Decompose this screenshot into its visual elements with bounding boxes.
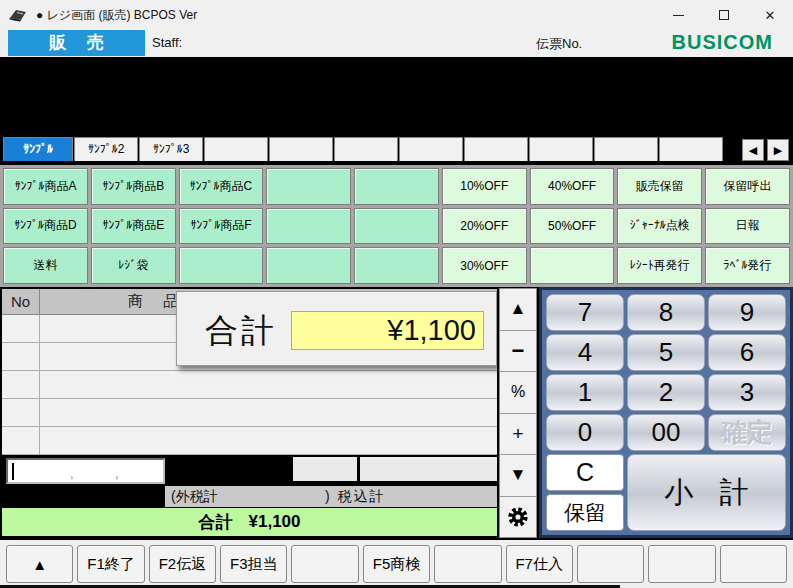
preset-button-ｻﾝﾌﾟﾙ商品D[interactable]: ｻﾝﾌﾟﾙ商品D: [3, 208, 88, 245]
preset-button-20%OFF[interactable]: 20%OFF: [442, 208, 527, 245]
f1-exit-button[interactable]: F1終了: [77, 545, 144, 583]
key-4[interactable]: 4: [546, 334, 624, 371]
key-0[interactable]: 0: [546, 414, 624, 451]
plus-button[interactable]: +: [500, 414, 536, 456]
total-bar-label: 合計: [199, 511, 233, 534]
f5-item-check-button[interactable]: F5商検: [363, 545, 430, 583]
key-5[interactable]: 5: [627, 334, 705, 371]
key-confirm[interactable]: 確定: [708, 414, 786, 451]
key-00[interactable]: 00: [627, 414, 705, 451]
key-subtotal-label: 計: [720, 473, 749, 513]
side-key-column: ▲−%+▼: [499, 288, 537, 538]
key-6[interactable]: 6: [708, 334, 786, 371]
preset-button-empty[interactable]: [354, 168, 439, 205]
key-hold[interactable]: 保留: [546, 494, 624, 531]
empty-button[interactable]: [577, 545, 644, 583]
panel-up-button[interactable]: ▲: [6, 545, 73, 583]
tax-close-label: ) 税込計: [325, 488, 386, 506]
preset-button-empty[interactable]: [266, 168, 351, 205]
key-9[interactable]: 9: [708, 294, 786, 331]
empty-button[interactable]: [648, 545, 715, 583]
preset-button-40%OFF[interactable]: 40%OFF: [530, 168, 615, 205]
maximize-button[interactable]: [701, 0, 747, 30]
empty-button[interactable]: [434, 545, 501, 583]
preset-button-10%OFF[interactable]: 10%OFF: [442, 168, 527, 205]
app-icon: [8, 6, 30, 24]
preset-button-empty[interactable]: [354, 208, 439, 245]
preset-button-ﾚｼｰﾄ再発行[interactable]: ﾚｼｰﾄ再発行: [617, 247, 702, 284]
preset-tab-bar: ｻﾝﾌﾟﾙｻﾝﾌﾟﾙ2ｻﾝﾌﾟﾙ3 ◀ ▶: [0, 137, 793, 163]
tab-empty[interactable]: [464, 137, 528, 161]
f7-purchase-button[interactable]: F7仕入: [506, 545, 573, 583]
minus-button[interactable]: −: [500, 331, 536, 373]
settings-button[interactable]: [500, 497, 536, 538]
key-8[interactable]: 8: [627, 294, 705, 331]
subtotal-field: [360, 457, 497, 481]
key-3[interactable]: 3: [708, 374, 786, 411]
preset-button-empty[interactable]: [530, 247, 615, 284]
preset-button-ﾗﾍﾞﾙ発行[interactable]: ﾗﾍﾞﾙ発行: [705, 247, 790, 284]
tab-scroll-left-button[interactable]: ◀: [742, 139, 764, 161]
preset-button-empty[interactable]: [179, 247, 264, 284]
sale-mode-button[interactable]: 販 売: [8, 30, 145, 56]
preset-button-ｻﾝﾌﾟﾙ商品B[interactable]: ｻﾝﾌﾟﾙ商品B: [91, 168, 176, 205]
tab-empty[interactable]: [269, 137, 333, 161]
key-1[interactable]: 1: [546, 374, 624, 411]
preset-button-販売保留[interactable]: 販売保留: [617, 168, 702, 205]
preset-button-empty[interactable]: [354, 247, 439, 284]
f3-staff-button[interactable]: F3担当: [220, 545, 287, 583]
key-clear[interactable]: C: [546, 454, 624, 491]
preset-button-送料[interactable]: 送料: [3, 247, 88, 284]
window-controls: ✕: [655, 0, 793, 30]
preset-button-grid: ｻﾝﾌﾟﾙ商品Aｻﾝﾌﾟﾙ商品Bｻﾝﾌﾟﾙ商品C10%OFF40%OFF販売保留…: [0, 163, 793, 289]
staff-label: Staff:: [152, 35, 182, 50]
preset-button-保留呼出[interactable]: 保留呼出: [705, 168, 790, 205]
table-row: [2, 399, 497, 427]
scroll-up-button[interactable]: ▲: [500, 289, 536, 331]
tab-empty[interactable]: [399, 137, 463, 161]
preset-button-empty[interactable]: [266, 208, 351, 245]
total-popup: 合計 ¥1,100: [176, 291, 497, 366]
preset-button-ｻﾝﾌﾟﾙ商品A[interactable]: ｻﾝﾌﾟﾙ商品A: [3, 168, 88, 205]
window-title: ● レジ画面 (販売) BCPOS Ver: [36, 7, 197, 24]
tab-empty[interactable]: [529, 137, 593, 161]
preset-button-50%OFF[interactable]: 50%OFF: [530, 208, 615, 245]
preset-button-ｼﾞｬｰﾅﾙ点検[interactable]: ｼﾞｬｰﾅﾙ点検: [617, 208, 702, 245]
cell-item: [40, 427, 497, 454]
tab-ｻﾝﾌﾟﾙ2[interactable]: ｻﾝﾌﾟﾙ2: [74, 137, 138, 161]
close-button[interactable]: ✕: [747, 0, 793, 30]
preset-button-ｻﾝﾌﾟﾙ商品C[interactable]: ｻﾝﾌﾟﾙ商品C: [179, 168, 264, 205]
preset-button-ｻﾝﾌﾟﾙ商品F[interactable]: ｻﾝﾌﾟﾙ商品F: [179, 208, 264, 245]
empty-button[interactable]: [720, 545, 787, 583]
empty-button[interactable]: [291, 545, 358, 583]
preset-button-30%OFF[interactable]: 30%OFF: [442, 247, 527, 284]
digit-guide-comma: ,: [115, 466, 119, 481]
qty-field: [293, 457, 357, 481]
amount-input[interactable]: ,,: [6, 458, 165, 484]
cell-no: [2, 343, 40, 370]
tab-empty[interactable]: [659, 137, 723, 161]
key-2[interactable]: 2: [627, 374, 705, 411]
preset-button-empty[interactable]: [266, 247, 351, 284]
preset-button-ｻﾝﾌﾟﾙ商品E[interactable]: ｻﾝﾌﾟﾙ商品E: [91, 208, 176, 245]
key-7[interactable]: 7: [546, 294, 624, 331]
f2-return-button[interactable]: F2伝返: [149, 545, 216, 583]
tab-ｻﾝﾌﾟﾙ[interactable]: ｻﾝﾌﾟﾙ: [3, 137, 73, 161]
busicom-logo: BUSICOM: [672, 31, 773, 54]
entry-strip: ,,: [2, 455, 497, 486]
tab-ｻﾝﾌﾟﾙ3[interactable]: ｻﾝﾌﾟﾙ3: [139, 137, 203, 161]
tab-empty[interactable]: [594, 137, 658, 161]
slip-number-label: 伝票No.: [536, 35, 582, 53]
pos-window: ● レジ画面 (販売) BCPOS Ver ✕ 販 売 Staff: 伝票No.…: [0, 0, 793, 588]
chevron-left-icon: ◀: [749, 144, 757, 157]
tab-scroll-right-button[interactable]: ▶: [767, 139, 789, 161]
tab-scroll-controls: ◀ ▶: [742, 139, 789, 161]
minimize-button[interactable]: [655, 0, 701, 30]
scroll-down-button[interactable]: ▼: [500, 455, 536, 497]
tab-empty[interactable]: [204, 137, 268, 161]
preset-button-ﾚｼﾞ袋[interactable]: ﾚｼﾞ袋: [91, 247, 176, 284]
key-subtotal[interactable]: 小計: [627, 454, 786, 531]
percent-button[interactable]: %: [500, 372, 536, 414]
preset-button-日報[interactable]: 日報: [705, 208, 790, 245]
tab-empty[interactable]: [334, 137, 398, 161]
